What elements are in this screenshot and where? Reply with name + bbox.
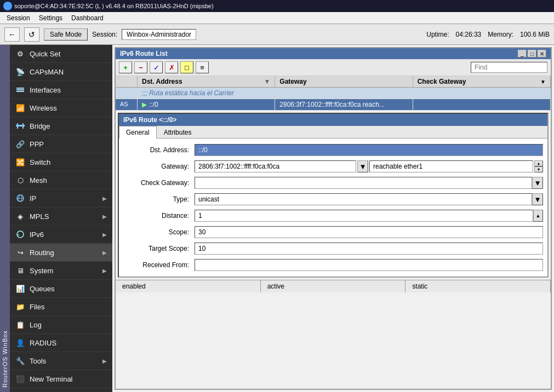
menu-dashboard[interactable]: Dashboard (67, 13, 108, 23)
mpls-icon: ◈ (15, 211, 25, 221)
memory-value: 100.6 MiB (520, 31, 550, 38)
filter-button[interactable]: ≡ (196, 61, 209, 73)
sidebar-item-ppp[interactable]: 🔗 PPP (10, 135, 112, 153)
sidebar-item-ipv6[interactable]: 6 IPv6 ▶ (10, 226, 112, 244)
title-text: soporte@C4:AD:34:7E:92:5C (L ) v6.48.4 o… (14, 3, 214, 9)
dst-address-row: Dst. Address: (123, 144, 543, 156)
gateway-wrap: ▼ (195, 160, 368, 172)
type-input[interactable] (195, 193, 532, 205)
uptime-value: 04:26:33 (456, 31, 482, 38)
sidebar-item-quick-set[interactable]: ⚙ Quick Set (10, 45, 112, 63)
menu-session[interactable]: Session (2, 13, 35, 23)
route-row[interactable]: AS ▶ ::/0 2806:3f7:1002::ffff:f0ca:f0ca … (116, 99, 551, 111)
log-icon: 📋 (15, 320, 25, 330)
route-detail-panel: IPv6 Route <::/0> General Attributes Dst… (118, 113, 549, 278)
tools-icon: 🔧 (15, 356, 25, 366)
copy-route-button[interactable]: □ (180, 61, 193, 73)
sidebar-item-ip[interactable]: IP ▶ (10, 189, 112, 207)
queues-icon: 📊 (15, 284, 25, 293)
status-active: active (261, 280, 406, 292)
interfaces-icon (15, 85, 25, 95)
sidebar-item-log[interactable]: 📋 Log (10, 316, 112, 334)
sidebar-item-radius[interactable]: 👤 RADIUS (10, 334, 112, 352)
spin-buttons: ▲ ▼ (534, 160, 543, 172)
switch-icon: 🔀 (15, 157, 25, 167)
bridge-icon (15, 121, 25, 131)
route-dst-cell: ▶ ::/0 (138, 99, 275, 110)
menu-settings[interactable]: Settings (35, 13, 67, 23)
check-gateway-wrap: ▼ (195, 177, 543, 189)
route-toolbar: + − ✓ ✗ □ ≡ (116, 59, 551, 76)
sidebar-label-ipv6: IPv6 (30, 230, 44, 239)
scope-input[interactable] (195, 226, 543, 238)
check-gateway-dropdown-btn[interactable]: ▼ (532, 177, 543, 189)
uptime-info: Uptime: 04:26:33 Memory: 100.6 MiB (426, 31, 550, 38)
ip-arrow: ▶ (102, 195, 107, 201)
sidebar-item-files[interactable]: 📁 Files (10, 298, 112, 316)
check-gateway-label: Check Gateway: (123, 179, 195, 187)
type-dropdown-btn[interactable]: ▼ (532, 193, 543, 205)
check-gateway-input[interactable] (195, 177, 532, 189)
remove-route-button[interactable]: − (134, 61, 147, 73)
sidebar-label-radius: RADIUS (30, 339, 56, 347)
disable-route-button[interactable]: ✗ (165, 61, 178, 73)
status-static: static (405, 280, 551, 292)
status-bar: enabled active static (116, 280, 551, 292)
window-controls: _ □ ✕ (518, 50, 546, 57)
svg-text:6: 6 (18, 233, 20, 237)
title-bar: soporte@C4:AD:34:7E:92:5C (L ) v6.48.4 o… (0, 0, 554, 12)
sidebar-item-bridge[interactable]: Bridge (10, 117, 112, 135)
gateway-dropdown-btn[interactable]: ▼ (357, 160, 368, 172)
scope-label: Scope: (123, 228, 195, 236)
add-route-button[interactable]: + (119, 61, 132, 73)
close-button[interactable]: ✕ (538, 50, 546, 57)
route-detail-title: IPv6 Route <::/0> (119, 114, 547, 126)
sidebar-item-interfaces[interactable]: Interfaces (10, 81, 112, 99)
sidebar-item-mpls[interactable]: ◈ MPLS ▶ (10, 207, 112, 226)
tab-general[interactable]: General (119, 126, 157, 139)
target-scope-input[interactable] (195, 243, 543, 255)
svg-rect-2 (16, 91, 24, 92)
sidebar-item-mesh[interactable]: ⬡ Mesh (10, 171, 112, 189)
received-from-input[interactable] (195, 259, 543, 271)
find-input[interactable] (471, 62, 547, 73)
route-list-title: IPv6 Route List (120, 50, 168, 57)
main-toolbar: ← ↺ Safe Mode Session: Winbox-Administra… (0, 24, 554, 45)
sidebar-item-capsman[interactable]: 📡 CAPsMAN (10, 63, 112, 81)
sidebar-item-wireless[interactable]: 📶 Wireless (10, 99, 112, 117)
mesh-icon: ⬡ (15, 175, 25, 185)
radius-icon: 👤 (15, 338, 25, 348)
sidebar-label-queues: Queues (30, 285, 55, 293)
sidebar-item-queues[interactable]: 📊 Queues (10, 280, 112, 298)
safe-mode-button[interactable]: Safe Mode (44, 28, 88, 41)
sidebar-item-routing[interactable]: ↪ Routing ▶ (10, 244, 112, 262)
sidebar-item-new-terminal[interactable]: ⬛ New Terminal (10, 370, 112, 388)
dst-address-label: Dst. Address: (123, 146, 195, 154)
dst-address-input[interactable] (195, 144, 543, 156)
sidebar-label-interfaces: Interfaces (30, 86, 61, 94)
ipv6-arrow: ▶ (102, 232, 107, 238)
spin-up-btn[interactable]: ▲ (534, 160, 543, 166)
spin-down-btn[interactable]: ▼ (534, 166, 543, 172)
sidebar-item-windows[interactable]: 🗔 Windows ▶ (10, 388, 112, 392)
maximize-button[interactable]: □ (528, 50, 536, 57)
minimize-button[interactable]: _ (518, 50, 527, 57)
route-flags-cell: AS (116, 99, 138, 110)
enable-route-button[interactable]: ✓ (150, 61, 163, 73)
sidebar-item-tools[interactable]: 🔧 Tools ▶ (10, 352, 112, 370)
type-label: Type: (123, 195, 195, 203)
col-check-gateway: Check Gateway ▼ (413, 76, 551, 87)
sidebar-label-system: System (30, 267, 53, 275)
distance-input[interactable] (195, 210, 533, 222)
mpls-arrow: ▶ (102, 214, 107, 220)
distance-spin-up[interactable]: ▲ (533, 210, 543, 222)
gateway-reach-input[interactable] (369, 160, 533, 172)
sidebar-label-capsman: CAPsMAN (30, 68, 64, 76)
sidebar-item-system[interactable]: 🖥 System ▶ (10, 262, 112, 280)
back-button[interactable]: ← (4, 27, 20, 42)
refresh-button[interactable]: ↺ (24, 27, 39, 42)
gateway-input[interactable] (195, 160, 356, 172)
tab-attributes[interactable]: Attributes (157, 126, 199, 139)
route-table-header: Dst. Address ▼ Gateway Check Gateway ▼ (116, 76, 551, 88)
sidebar-item-switch[interactable]: 🔀 Switch (10, 153, 112, 171)
